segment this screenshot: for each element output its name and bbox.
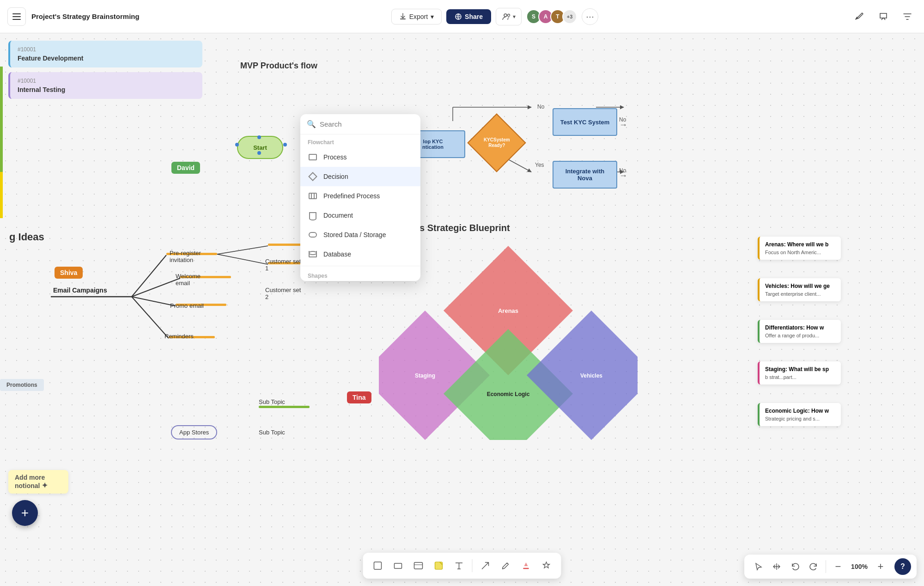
undo-icon [790, 562, 800, 571]
zoom-level: 100% [848, 563, 870, 570]
add-button[interactable]: + [12, 500, 38, 526]
canvas[interactable]: #10001 Feature Development #10001 Intern… [0, 33, 924, 586]
zoom-out-btn[interactable]: − [830, 558, 846, 575]
svg-rect-33 [414, 562, 423, 569]
search-input[interactable] [320, 120, 414, 128]
svg-line-19 [217, 246, 268, 254]
dropdown-item-predefined[interactable]: Predefined Process [300, 186, 420, 206]
storage-shape-icon [308, 230, 318, 240]
tool-arrow[interactable] [476, 556, 495, 575]
dropdown-item-storage[interactable]: Stored Data / Storage [300, 225, 420, 244]
flow-no-label-1: No [537, 104, 544, 110]
comment-icon [878, 12, 888, 22]
help-btn[interactable]: ? [894, 558, 911, 575]
tool-highlight[interactable] [517, 556, 535, 575]
sidebar-cards: #10001 Feature Development #10001 Intern… [4, 38, 207, 102]
pen-icon [501, 561, 511, 571]
svg-rect-0 [400, 18, 406, 19]
card-icon [413, 561, 424, 571]
card-feature-title: Feature Development [18, 55, 195, 62]
tool-sticky[interactable] [430, 556, 448, 575]
right-card-vehicles-body: Target enterprise client... [765, 291, 835, 297]
flowchart-section-label: Flowchart [300, 134, 420, 147]
tool-rectangle[interactable] [389, 556, 407, 575]
svg-text:Vehicles: Vehicles [580, 372, 602, 379]
subtopic-1: Sub Topic [259, 398, 285, 405]
edit-button[interactable] [850, 7, 869, 26]
rectangle-icon [393, 561, 403, 571]
sticky-icon [434, 561, 444, 571]
right-card-arenas-body: Focus on North Americ... [765, 250, 835, 255]
predefined-shape-icon [308, 191, 318, 201]
card-feature-id: #10001 [18, 46, 195, 53]
tool-star[interactable] [537, 556, 556, 575]
frame-icon [373, 561, 383, 571]
card-testing[interactable]: #10001 Internal Testing [8, 72, 202, 99]
database-shape-icon [308, 249, 318, 259]
svg-point-2 [504, 14, 507, 17]
right-card-vehicles: Vehicles: How will we ge Target enterpri… [758, 278, 841, 301]
redo-btn[interactable] [805, 558, 822, 575]
subtopic-2: Sub Topic [259, 429, 285, 436]
collab-icon [502, 12, 511, 21]
mindmap-branch-1: Pre-registerinvitation [170, 250, 201, 263]
zoom-controls: − 100% + ? [744, 555, 917, 579]
mindmap-leaf-2: Customer set2 [265, 287, 301, 300]
tool-pen[interactable] [497, 556, 515, 575]
decision-shape-icon [308, 171, 318, 182]
dropdown-item-document[interactable]: Document [300, 206, 420, 225]
promotions-label: Promotions [0, 379, 44, 391]
right-card-arenas: Arenas: Where will we b Focus on North A… [758, 237, 841, 260]
avatar-count: +3 [562, 9, 577, 24]
tool-frame[interactable] [369, 556, 387, 575]
user-label-david: David [171, 162, 200, 174]
ideas-label: g Ideas [9, 231, 44, 243]
tool-card[interactable] [409, 556, 428, 575]
flow-result-test[interactable]: Test KYC System [553, 108, 617, 136]
search-icon: 🔍 [307, 120, 316, 128]
app-stores-node[interactable]: App Stores [171, 425, 217, 440]
comment-button[interactable] [874, 7, 893, 26]
dropdown-item-process[interactable]: Process [300, 147, 420, 167]
right-card-arenas-title: Arenas: Where will we b [765, 241, 835, 248]
undo-btn[interactable] [787, 558, 803, 575]
share-button[interactable]: Share [446, 9, 491, 24]
edit-icon [854, 12, 864, 22]
menu-button[interactable] [7, 7, 26, 26]
filter-button[interactable] [898, 7, 917, 26]
more-button[interactable]: ⋯ [582, 8, 598, 25]
shapes-section-label: Shapes [300, 268, 420, 281]
dropdown-item-database[interactable]: Database [300, 244, 420, 264]
flow-diamond-kyc[interactable]: KYCSystemReady? [471, 117, 522, 168]
right-card-staging-body: b strat...part... [765, 374, 835, 380]
arrow-right-1: → [619, 120, 627, 130]
svg-text:Arenas: Arenas [498, 307, 518, 314]
collab-button[interactable]: ▾ [496, 8, 522, 25]
tool-text[interactable] [450, 556, 468, 575]
right-card-staging-title: Staging: What will be sp [765, 366, 835, 372]
zoom-in-btn[interactable]: + [872, 558, 889, 575]
sparkle-icon: ✦ [42, 482, 48, 489]
search-dropdown: 🔍 Flowchart Process Decision Predefined … [300, 114, 420, 281]
cursor-btn[interactable] [750, 558, 766, 575]
flow-start[interactable]: Start [237, 136, 283, 159]
zoom-divider [826, 560, 826, 573]
right-card-diff-title: Differentiators: How w [765, 324, 835, 331]
dropdown-item-decision[interactable]: Decision [300, 167, 420, 186]
search-input-row: 🔍 [300, 114, 420, 134]
star-icon [541, 561, 552, 571]
export-button[interactable]: Export ▾ [391, 9, 442, 24]
header-right [850, 7, 917, 26]
mindmap-branch-3: Promo email [170, 302, 204, 309]
flow-result-integrate[interactable]: Integrate withNova [553, 161, 617, 189]
move-btn[interactable] [768, 558, 785, 575]
arrow-icon [480, 561, 491, 571]
card-feature[interactable]: #10001 Feature Development [8, 41, 202, 67]
flow-yes-label: Yes [535, 162, 544, 168]
svg-text:Economic Logic: Economic Logic [487, 391, 530, 397]
highlight-icon [521, 561, 531, 571]
right-card-diff: Differentiators: How w Offer a range of … [758, 320, 841, 343]
right-card-economic: Economic Logic: How w Strategic pricing … [758, 403, 841, 426]
mindmap-branch-2: Welcomeemail [176, 273, 201, 287]
add-more-tooltip: Add more notional ✦ [8, 470, 68, 494]
